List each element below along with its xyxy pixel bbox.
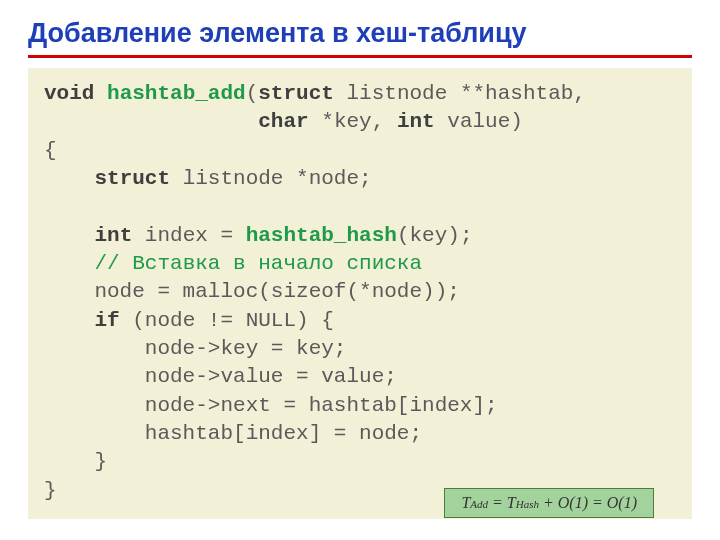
t: value) xyxy=(435,110,523,133)
kw-char: char xyxy=(258,110,308,133)
kw-void: void xyxy=(44,82,94,105)
kw-int2: int xyxy=(94,224,132,247)
t xyxy=(44,167,94,190)
T2: T xyxy=(507,494,516,511)
t xyxy=(44,110,258,133)
t: } xyxy=(44,479,57,502)
t: hashtab[index] = node; xyxy=(44,422,422,445)
fn-hashtab-add: hashtab_add xyxy=(107,82,246,105)
t xyxy=(44,224,94,247)
p1: (1) = xyxy=(569,494,606,511)
sub-add: Add xyxy=(470,498,488,510)
t: (key); xyxy=(397,224,473,247)
t: node->value = value; xyxy=(44,365,397,388)
divider xyxy=(28,55,692,58)
t: (node != NULL) { xyxy=(120,309,334,332)
kw-struct: struct xyxy=(258,82,334,105)
t: node->key = key; xyxy=(44,337,346,360)
p2: (1) xyxy=(618,494,637,511)
plus: + xyxy=(539,494,558,511)
code-block: void hashtab_add(struct listnode **hasht… xyxy=(28,68,692,519)
kw-struct2: struct xyxy=(94,167,170,190)
t: node = malloc(sizeof(*node)); xyxy=(44,280,460,303)
t: } xyxy=(44,450,107,473)
eq: = xyxy=(488,494,507,511)
complexity-callout: TAdd = THash + O(1) = O(1) xyxy=(444,488,654,518)
t: node->next = hashtab[index]; xyxy=(44,394,498,417)
t: listnode *node; xyxy=(170,167,372,190)
t: listnode **hashtab, xyxy=(334,82,586,105)
t xyxy=(44,252,94,275)
kw-int: int xyxy=(397,110,435,133)
slide-title: Добавление элемента в хеш-таблицу xyxy=(28,18,692,49)
t: { xyxy=(44,139,57,162)
comment: // Вставка в начало списка xyxy=(94,252,422,275)
fn-hashtab-hash: hashtab_hash xyxy=(246,224,397,247)
t xyxy=(44,309,94,332)
t: ( xyxy=(246,82,259,105)
t: *key, xyxy=(309,110,397,133)
O2: O xyxy=(607,494,619,511)
t xyxy=(94,82,107,105)
kw-if: if xyxy=(94,309,119,332)
T: T xyxy=(461,494,470,511)
O1: O xyxy=(558,494,570,511)
sub-hash: Hash xyxy=(516,498,539,510)
t: index = xyxy=(132,224,245,247)
